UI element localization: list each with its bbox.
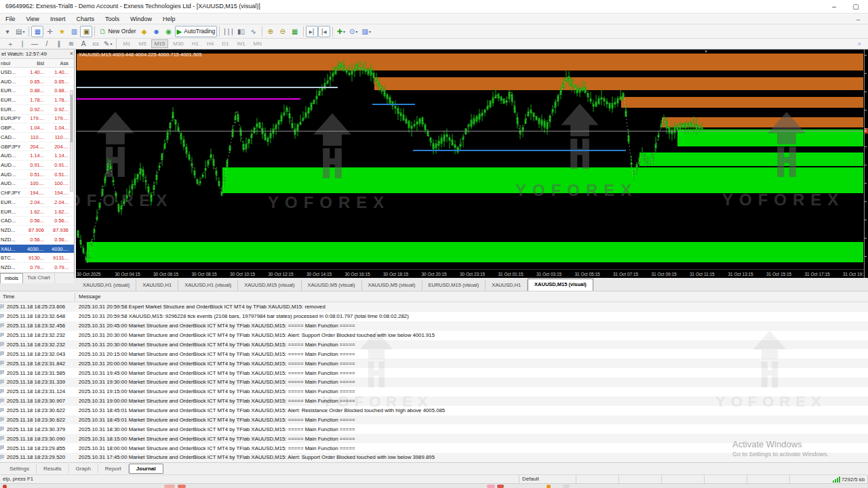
tester-tab-graph[interactable]: Graph: [69, 464, 98, 473]
periods-button[interactable]: ⊙▾: [347, 26, 359, 37]
market-watch-row[interactable]: NZD...0.56...0.56...: [0, 235, 75, 245]
crosshair-tool[interactable]: ＋: [4, 38, 16, 49]
market-watch-close-icon[interactable]: ×: [70, 49, 73, 58]
chart-tab[interactable]: XAUUSD,H1 (visual): [178, 280, 238, 291]
taskbar-app-icon[interactable]: [487, 485, 495, 488]
tile-windows-button[interactable]: ▦: [289, 26, 301, 37]
market-watch-scrollbar[interactable]: [70, 90, 73, 192]
tester-tab-report[interactable]: Report: [98, 464, 129, 473]
chevron-down-icon[interactable]: ▾: [22, 29, 24, 34]
timeframe-m5[interactable]: M5: [136, 39, 150, 48]
market-watch-row[interactable]: NZD...0.79...0.79...: [0, 263, 75, 272]
journal-row[interactable]: 2025.11.18 18:23:31.3392025.10.31 19:30:…: [0, 378, 868, 387]
journal-row[interactable]: 2025.11.18 18:23:30.9072025.10.31 19:00:…: [0, 396, 868, 406]
taskbar-app-icon[interactable]: [547, 485, 551, 488]
journal-row[interactable]: 2025.11.18 18:25:23.6062025.10.31 20:59:…: [0, 302, 868, 312]
market-watch-row[interactable]: CAD...0.56...0.56...: [0, 217, 75, 226]
vertical-line-tool[interactable]: |: [16, 38, 28, 49]
market-watch-row[interactable]: XAU...4030....4030....: [0, 245, 75, 254]
market-watch-row[interactable]: AUD...0.51...0.51...: [0, 170, 75, 180]
market-watch-row[interactable]: AUD...100....100....: [0, 180, 75, 189]
journal-row[interactable]: 2025.11.18 18:23:30.3792025.10.31 18:30:…: [0, 424, 868, 434]
taskbar-app-icon[interactable]: [563, 485, 570, 488]
market-watch-row[interactable]: EURJPY179....179....: [0, 115, 75, 124]
menu-insert[interactable]: Insert: [45, 14, 71, 24]
market-watch-row[interactable]: BTC...9130...9131...: [0, 253, 75, 263]
chart-shift-button[interactable]: |◂: [318, 26, 330, 37]
chart-tab[interactable]: XAUUSD,M15 (visual): [238, 280, 301, 291]
minimize-button[interactable]: –: [825, 1, 844, 12]
chevron-down-icon[interactable]: ▾: [110, 41, 112, 46]
menu-view[interactable]: View: [21, 14, 45, 24]
chevron-down-icon[interactable]: ▾: [369, 29, 371, 34]
column-separator[interactable]: [75, 293, 75, 301]
arrows-tool[interactable]: ✎▾: [102, 38, 114, 49]
chart-window[interactable]: YOFOREXYOFOREXYOFOREXYOFOREX XAUUSD,M15 …: [76, 49, 868, 278]
indicators-button[interactable]: ✚▾: [335, 26, 347, 37]
market-watch-row[interactable]: USD...1.40...1.40...: [0, 68, 75, 77]
timeframe-m30[interactable]: M30: [170, 39, 187, 48]
journal-row[interactable]: 2025.11.18 18:23:32.4562025.10.31 20:45:…: [0, 321, 868, 331]
child-window-minimize-icon[interactable]: _: [856, 14, 860, 20]
taskbar-app-icon[interactable]: [178, 485, 186, 488]
mw-column-bid[interactable]: Bid: [22, 59, 46, 67]
timeframe-w1[interactable]: W1: [233, 39, 248, 48]
cursor-button[interactable]: ✛: [43, 26, 56, 37]
market-watch-row[interactable]: EUR...1.78...1.78...: [0, 96, 75, 105]
tester-tab-journal[interactable]: Journal: [129, 464, 163, 474]
text-tool[interactable]: A: [77, 38, 90, 49]
chart-tab[interactable]: EURUSD,M15 (visual): [422, 280, 486, 291]
autotrading-button[interactable]: ▶AutoTrading: [175, 26, 218, 37]
mw-tab-tick-chart[interactable]: Tick Chart: [23, 273, 55, 283]
tester-tab-results[interactable]: Results: [37, 464, 69, 473]
new-order-button[interactable]: 🗋New Order: [97, 26, 138, 37]
line-chart-mode[interactable]: ∿: [248, 26, 260, 37]
timeframe-d1[interactable]: D1: [218, 39, 232, 48]
mw-tab-mbols[interactable]: mbols: [0, 273, 23, 283]
journal-column-time[interactable]: Time: [3, 293, 14, 300]
journal-row[interactable]: 2025.11.18 18:23:31.8422025.10.31 20:00:…: [0, 359, 868, 368]
auto-scroll-button[interactable]: ▸|: [306, 26, 318, 37]
menu-charts[interactable]: Charts: [71, 14, 100, 24]
chart-plot-area[interactable]: YOFOREXYOFOREXYOFOREXYOFOREX: [76, 49, 864, 269]
journal-row[interactable]: 2025.11.18 18:23:30.6222025.10.31 18:45:…: [0, 406, 868, 415]
market-watch-row[interactable]: EUR...2.04...2.04...: [0, 198, 75, 207]
journal-row[interactable]: 2025.11.18 18:23:29.5202025.10.31 17:45:…: [0, 453, 868, 462]
journal-row[interactable]: 2025.11.18 18:23:32.2322025.10.31 20:30:…: [0, 331, 868, 340]
taskbar-notification-icon[interactable]: [3, 485, 7, 488]
experts-button[interactable]: ☻: [151, 26, 163, 37]
history-center-button[interactable]: ◆: [138, 26, 151, 37]
market-watch-row[interactable]: AUD...0.91...0.91...: [0, 161, 75, 170]
maximize-button[interactable]: ▢: [846, 1, 865, 12]
zoom-in-button[interactable]: ⊕: [264, 26, 277, 37]
journal-row[interactable]: 2025.11.18 18:23:31.5852025.10.31 19:45:…: [0, 368, 868, 378]
timeframe-m1[interactable]: M1: [119, 39, 134, 48]
bar-chart-mode[interactable]: | | |: [222, 26, 235, 37]
chart-tab[interactable]: XAUUSD,H1: [136, 280, 178, 291]
chart-tab-active[interactable]: XAUUSD,M15 (visual): [528, 279, 593, 291]
toolbar-search-icon[interactable]: ⌕: [858, 40, 861, 47]
data-window-toggle[interactable]: ▣: [80, 26, 92, 37]
open-dropdown[interactable]: ▾: [1, 26, 14, 37]
scrollbar-thumb[interactable]: [71, 95, 73, 142]
taskbar-app-icon[interactable]: [164, 485, 175, 488]
timeframe-mn[interactable]: MN: [250, 39, 264, 48]
chart-tab[interactable]: XAUUSD,M5 (visual): [362, 280, 422, 291]
journal-column-message[interactable]: Message: [79, 293, 100, 300]
mw-column-nbol[interactable]: nbol: [0, 59, 22, 67]
menu-help[interactable]: Help: [157, 14, 181, 24]
label-tool[interactable]: ▭: [90, 38, 102, 49]
horizontal-line-tool[interactable]: —: [28, 38, 41, 49]
market-watch-row[interactable]: EUR...0.92...0.92...: [0, 105, 75, 115]
journal-row[interactable]: 2025.11.18 18:23:29.8552025.10.31 18:00:…: [0, 443, 868, 453]
journal-row[interactable]: 2025.11.18 18:23:30.6222025.10.31 18:45:…: [0, 415, 868, 425]
timeframe-m15[interactable]: M15: [151, 39, 169, 48]
market-watch-row[interactable]: CHFJPY194....194....: [0, 188, 75, 198]
mw-column-ask[interactable]: Ask: [46, 59, 71, 67]
market-watch-row[interactable]: EUR...1.62...1.62...: [0, 207, 75, 217]
tester-tab-settings[interactable]: Settings: [3, 464, 37, 473]
chart-tab[interactable]: XAUUSD,M5 (visual): [302, 280, 362, 291]
print-button[interactable]: ▤▾: [14, 26, 26, 37]
chevron-down-icon[interactable]: ▾: [355, 29, 357, 34]
journal-row[interactable]: 2025.11.18 18:23:31.1242025.10.31 19:15:…: [0, 387, 868, 396]
